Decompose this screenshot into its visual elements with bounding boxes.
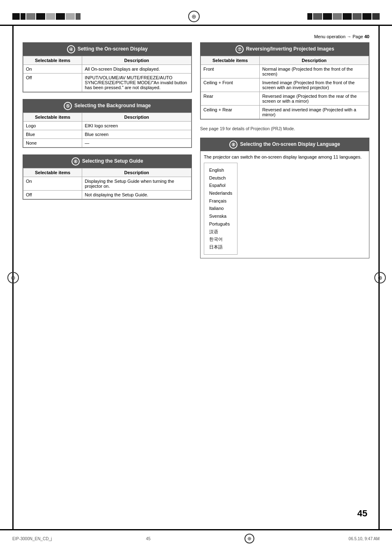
section6-col-desc: Description <box>82 168 191 177</box>
compass-icon-top: ⊕ <box>188 11 200 22</box>
header-area: ⊕ <box>12 8 380 25</box>
section4-number: ④ <box>67 45 75 53</box>
bar-seg <box>36 13 45 20</box>
list-item: Ceiling + Front <box>201 78 260 92</box>
section7-header: ⑦ Reversing/Inverting Projected Images <box>201 43 369 56</box>
list-item: — <box>82 139 191 147</box>
table-row: FrontNormal image (Projected from the fr… <box>201 65 369 78</box>
bar-seg <box>343 13 352 20</box>
table-row: Ceiling + RearReversed and inverted imag… <box>201 106 369 119</box>
section5-box: ⑤ Selecting the Background Image Selecta… <box>23 99 192 148</box>
bar-seg <box>323 13 332 20</box>
language-item: Português <box>209 220 232 228</box>
bar-seg <box>66 13 75 20</box>
section7-title: Reversing/Inverting Projected Images <box>246 46 334 53</box>
list-item: INPUT/VOLUME/AV MUTE/FREEZE/AUTO SYNC/RE… <box>82 74 191 92</box>
compass-icon-bottom: ⊕ <box>244 534 254 543</box>
table-row: OffNot displaying the Setup Guide. <box>23 191 191 199</box>
section4-header: ④ Setting the On-screen Display <box>23 43 191 56</box>
section4-title: Setting the On-screen Display <box>78 46 148 53</box>
bar-seg <box>353 13 362 20</box>
section7-note: See page 19 for details of Projection (P… <box>200 126 369 131</box>
footer-left: EIP-3000N_EN_CD_j <box>12 537 52 541</box>
list-item: EIKI logo screen <box>82 122 191 130</box>
page-number: 45 <box>357 508 367 519</box>
bar-seg <box>26 13 35 20</box>
list-item: Not displaying the Setup Guide. <box>82 191 191 199</box>
section8-number: ⑧ <box>229 140 238 149</box>
section6-number: ⑥ <box>71 157 80 166</box>
bar-seg <box>333 13 342 20</box>
language-item: 한국어 <box>209 235 232 243</box>
list-item: Reversed and inverted image (Projected w… <box>260 106 369 119</box>
border-top <box>0 25 392 26</box>
menu-ref-page-num: 40 <box>364 34 369 39</box>
section8-intro: The projector can switch the on-screen d… <box>204 154 366 159</box>
footer-area: EIP-3000N_EN_CD_j 45 ⊕ 06.5.10, 9:47 AM <box>12 530 380 547</box>
right-column: ⑦ Reversing/Inverting Projected Images S… <box>200 42 369 265</box>
section4-box: ④ Setting the On-screen Display Selectab… <box>23 42 192 92</box>
menu-ref-page-label: Page <box>353 34 363 39</box>
language-item: Français <box>209 197 232 205</box>
bar-seg <box>46 13 55 20</box>
bar-seg <box>362 13 371 20</box>
table-row: OffINPUT/VOLUME/AV MUTE/FREEZE/AUTO SYNC… <box>23 74 191 92</box>
list-item: On <box>23 177 82 191</box>
section8-title: Selecting the On-screen Display Language <box>240 141 340 148</box>
list-item: Blue <box>23 130 82 139</box>
header-bars-left <box>12 13 81 20</box>
bar-seg <box>56 13 65 20</box>
section6-col-items: Selectable items <box>23 168 82 177</box>
bar-seg <box>21 13 25 20</box>
list-item: None <box>23 139 82 147</box>
section8-header: ⑧ Selecting the On-screen Display Langua… <box>201 138 369 151</box>
section7-number: ⑦ <box>235 45 244 53</box>
section4-table: Selectable items Description OnAll On-sc… <box>23 56 191 92</box>
list-item: Displaying the Setup Guide when turning … <box>82 177 191 191</box>
menu-ref: Menu operation → Page 40 <box>23 34 369 39</box>
section7-box: ⑦ Reversing/Inverting Projected Images S… <box>200 42 369 120</box>
language-item: Svenska <box>209 212 232 220</box>
two-col-layout: ④ Setting the On-screen Display Selectab… <box>23 42 369 265</box>
section7-table: Selectable items Description FrontNormal… <box>201 56 369 119</box>
list-item: Logo <box>23 122 82 130</box>
menu-ref-arrow: → <box>347 34 351 39</box>
language-item: Italiano <box>209 205 232 212</box>
list-item: Off <box>23 191 82 199</box>
list-item: Normal image (Projected from the front o… <box>260 65 369 78</box>
section6-box: ⑥ Selecting the Setup Guide Selectable i… <box>23 154 192 200</box>
section6-title: Selecting the Setup Guide <box>82 158 143 165</box>
main-content: Menu operation → Page 40 ④ Setting the O… <box>14 28 378 527</box>
header-bars-right <box>307 13 380 20</box>
section4-col-items: Selectable items <box>23 56 82 65</box>
section5-col-desc: Description <box>82 113 191 122</box>
section5-header: ⑤ Selecting the Background Image <box>23 99 191 113</box>
language-item: Deutsch <box>209 174 232 182</box>
list-item: Off <box>23 74 82 92</box>
section6-header: ⑥ Selecting the Setup Guide <box>23 155 191 168</box>
section5-number: ⑤ <box>64 102 72 110</box>
table-row: OnDisplaying the Setup Guide when turnin… <box>23 177 191 191</box>
footer-center: 45 <box>146 537 150 541</box>
bar-seg <box>12 13 20 20</box>
list-item: Front <box>201 65 260 78</box>
section5-table: Selectable items Description LogoEIKI lo… <box>23 113 191 147</box>
left-column: ④ Setting the On-screen Display Selectab… <box>23 42 192 265</box>
menu-ref-text: Menu operation <box>314 34 345 39</box>
language-item: Español <box>209 182 232 189</box>
section5-title: Selecting the Background Image <box>74 103 151 109</box>
section4-col-desc: Description <box>82 56 191 65</box>
section7-col-items: Selectable items <box>201 56 260 65</box>
bar-seg <box>313 13 322 20</box>
list-item: Inverted image (Projected from the front… <box>260 78 369 92</box>
bar-seg <box>76 13 81 20</box>
section6-table: Selectable items Description OnDisplayin… <box>23 168 191 199</box>
list-item: Blue screen <box>82 130 191 139</box>
list-item: Rear <box>201 92 260 106</box>
table-row: Ceiling + FrontInverted image (Projected… <box>201 78 369 92</box>
language-item: 汉语 <box>209 228 232 236</box>
language-item: Nederlands <box>209 189 232 197</box>
list-item: Ceiling + Rear <box>201 106 260 119</box>
language-item: 日本語 <box>209 243 232 251</box>
table-row: BlueBlue screen <box>23 130 191 139</box>
